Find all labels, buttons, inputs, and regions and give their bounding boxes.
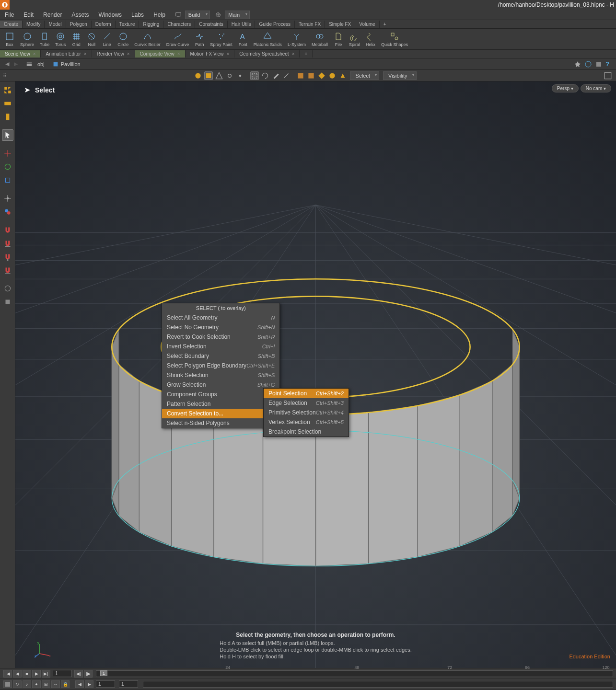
panel-tab-add[interactable]: + (300, 50, 313, 58)
shelf-tool-box[interactable]: Box (2, 31, 17, 48)
menu-item-convert-selection-to-[interactable]: Convert Selection to...▶ (162, 409, 279, 418)
snap-prim-icon[interactable] (215, 71, 223, 80)
menu-item-select-boundary[interactable]: Select BoundaryShift+B (162, 351, 279, 361)
shelf-tool-quick[interactable]: Quick Shapes (378, 31, 411, 48)
audio-icon[interactable]: ♪ (23, 680, 31, 688)
persp-dropdown[interactable]: Persp ▾ (552, 84, 579, 92)
view-tool-2-icon[interactable] (2, 98, 13, 109)
range-end-input[interactable] (119, 680, 138, 688)
prev-key-button[interactable]: ◀| (74, 670, 83, 678)
rotate-tool-icon[interactable] (2, 161, 13, 172)
vis-4-icon[interactable] (328, 71, 337, 80)
select-dropdown[interactable]: Select (350, 71, 379, 80)
snap-2-tool-icon[interactable] (2, 206, 13, 218)
vis-2-icon[interactable] (307, 71, 315, 80)
shelf-tool-null[interactable]: Null (84, 31, 99, 48)
menu-labs[interactable]: Labs (127, 10, 149, 20)
cam-dropdown[interactable]: No cam ▾ (581, 84, 611, 92)
shelf-tab-hair-utils[interactable]: Hair Utils (228, 21, 256, 28)
shelf-tool-spiral[interactable]: Spiral (346, 31, 363, 48)
shelf-tab-create[interactable]: Create (0, 21, 23, 28)
shelf-tool-path[interactable]: Path (192, 31, 207, 48)
paneset-dropdown[interactable]: Main (225, 11, 250, 19)
vis-5-icon[interactable] (338, 71, 347, 80)
select-tool-icon[interactable] (2, 129, 13, 141)
snap-vertex-icon[interactable] (225, 71, 234, 80)
maximize-icon[interactable] (604, 71, 612, 80)
stop-button[interactable]: ■ (23, 670, 31, 678)
marquee-icon[interactable] (250, 71, 259, 80)
shelf-tab-constraints[interactable]: Constraints (195, 21, 228, 28)
nav-history-icon[interactable] (25, 60, 34, 69)
menu-item-revert-to-cook-selection[interactable]: Revert to Cook SelectionShift+R (162, 332, 279, 342)
laser-icon[interactable] (282, 71, 291, 80)
menu-item-invert-selection[interactable]: Invert SelectionCtrl+I (162, 342, 279, 351)
panel-tab-render-view[interactable]: Render View× (92, 50, 135, 58)
view-tool-icon[interactable] (2, 84, 13, 96)
shelf-tool-curve[interactable]: Curve: Bezier (131, 31, 163, 48)
lasso-icon[interactable] (261, 71, 269, 80)
snap-point-icon[interactable] (194, 71, 202, 80)
move-tool-icon[interactable] (2, 148, 13, 159)
shelf-tool-font[interactable]: AFont (235, 31, 251, 48)
grip-icon[interactable]: ⠿ (3, 73, 9, 79)
viewport[interactable]: ➤ Select Persp ▾ No cam ▾ (15, 81, 616, 668)
menu-item-select-n-sided-polygons[interactable]: Select n-Sided Polygons▶ (162, 418, 279, 428)
brush-icon[interactable] (271, 71, 280, 80)
menu-item-shrink-selection[interactable]: Shrink SelectionShift+S (162, 370, 279, 380)
crumb-node[interactable]: Pavillion (48, 60, 84, 69)
menu-windows[interactable]: Windows (93, 10, 127, 20)
pin-icon[interactable] (574, 60, 581, 68)
shelf-tool-grid[interactable]: Grid (69, 31, 84, 48)
panel-tab-scene-view[interactable]: Scene View× (0, 50, 41, 58)
shelf-tool-torus[interactable]: Torus (52, 31, 69, 48)
last-frame-button[interactable]: ▶| (42, 670, 50, 678)
shelf-tab-rigging[interactable]: Rigging (139, 21, 163, 28)
current-frame-marker[interactable]: 1 (100, 670, 107, 676)
shelf-tab-model[interactable]: Model (45, 21, 66, 28)
shelf-tool-line[interactable]: Line (99, 31, 115, 48)
panel-tab-animation-editor[interactable]: Animation Editor× (41, 50, 92, 58)
shelf-tab-guide-process[interactable]: Guide Process (255, 21, 295, 28)
panel-tab-geometry-spreadsheet[interactable]: Geometry Spreadsheet× (234, 50, 300, 58)
range-icon[interactable]: ↔ (51, 680, 60, 688)
submenu-item-primitive-selection[interactable]: Primitive SelectionCtrl+Shift+4 (264, 408, 349, 417)
menu-item-select-polygon-edge-boundary[interactable]: Select Polygon Edge BoundaryCtrl+Shift+E (162, 361, 279, 370)
visibility-dropdown[interactable]: Visibility (383, 71, 417, 80)
magnet-2-icon[interactable] (2, 238, 13, 249)
shelf-tab-terrain-fx[interactable]: Terrain FX (295, 21, 325, 28)
vis-1-icon[interactable] (296, 71, 305, 80)
globe-icon[interactable] (584, 60, 592, 68)
shelf-tool-platonic[interactable]: Platonic Solids (251, 31, 285, 48)
scale-tool-icon[interactable] (2, 174, 13, 186)
shelf-tab-modify[interactable]: Modify (23, 21, 45, 28)
scope-icon[interactable]: ⊞ (42, 680, 50, 688)
nav-back-icon[interactable]: ◀ (3, 60, 12, 69)
menu-item-select-all-geometry[interactable]: Select All GeometryN (162, 313, 279, 322)
desktop-dropdown[interactable]: Build (185, 11, 210, 19)
submenu-item-vertex-selection[interactable]: Vertex SelectionCtrl+Shift+5 (264, 417, 349, 427)
menu-item-grow-selection[interactable]: Grow SelectionShift+G (162, 380, 279, 390)
realtime-icon[interactable] (3, 680, 12, 688)
range-track[interactable] (143, 681, 613, 688)
menu-assets[interactable]: Assets (67, 10, 93, 20)
menu-file[interactable]: File (0, 10, 19, 20)
menu-item-component-groups[interactable]: Component Groups▶ (162, 390, 279, 399)
shelf-tab-texture[interactable]: Texture (116, 21, 139, 28)
shelf-tab-characters[interactable]: Characters (163, 21, 195, 28)
shelf-tab-deform[interactable]: Deform (92, 21, 116, 28)
shelf-tab-simple-fx[interactable]: Simple FX (325, 21, 355, 28)
lock-icon[interactable]: 🔒 (61, 680, 70, 688)
magnet-4-icon[interactable] (2, 264, 13, 276)
panel-tab-motion-fx-view[interactable]: Motion FX View× (186, 50, 235, 58)
shelf-tool-draw[interactable]: Draw Curve (163, 31, 192, 48)
snap-tool-icon[interactable] (2, 193, 13, 204)
shelf-tool-circle[interactable]: Circle (115, 31, 131, 48)
help-icon[interactable]: ? (605, 60, 613, 68)
shelf-tool-file[interactable]: File (331, 31, 346, 48)
misc-2-icon[interactable] (2, 296, 13, 308)
snap-edge-icon[interactable] (204, 71, 213, 80)
shelf-tool-tube[interactable]: Tube (37, 31, 52, 48)
timeline-track[interactable]: 1 24487296120 (96, 670, 613, 677)
submenu-item-breakpoint-selection[interactable]: Breakpoint Selection (264, 427, 349, 437)
